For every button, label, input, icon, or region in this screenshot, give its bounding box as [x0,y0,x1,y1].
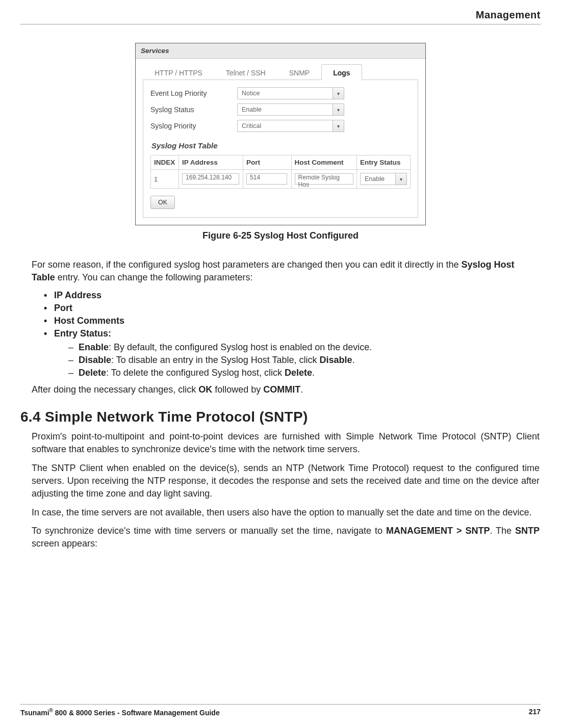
entry-status-sublist: Enable: By default, the configured Syslo… [54,342,540,378]
chevron-down-icon: ▾ [333,120,344,132]
header-rule [20,24,541,24]
text: Tsunami [20,709,49,717]
bullet-host-comments: Host Comments [44,316,540,326]
text-bold: Disable [79,355,111,365]
label-event-log-priority: Event Log Priority [150,89,237,97]
select-syslog-status[interactable]: Enable ▾ [237,103,344,116]
text: followed by [212,384,263,395]
after-changes-paragraph: After doing the necessary changes, click… [32,383,540,396]
sntp-paragraph-2: The SNTP Client when enabled on the devi… [32,462,540,500]
text: . [300,384,303,395]
chevron-down-icon: ▾ [395,173,406,185]
tab-telnet-ssh[interactable]: Telnet / SSH [214,64,277,80]
text: After doing the necessary changes, click [32,384,198,395]
footer-left: Tsunami® 800 & 8000 Series - Software Ma… [20,708,220,717]
body-text: For some reason, if the configured syslo… [20,258,541,550]
syslog-host-table-heading: Syslog Host Table [151,141,411,150]
text: : By default, the configured Syslog host… [109,342,372,352]
subitem-delete: Delete: To delete the configured Syslog … [68,368,540,378]
text-bold: Disable [320,355,352,365]
label-syslog-status: Syslog Status [150,106,237,114]
table-row: 1 169.254.128.140 514 Remote Syslog Hos [151,170,411,189]
text-bold: Entry Status: [54,328,111,339]
port-input[interactable]: 514 [246,173,287,185]
bullet-port: Port [44,303,540,314]
tab-logs[interactable]: Logs [321,64,362,80]
select-value: Enable [365,175,395,183]
text-bold: Delete [79,368,106,378]
text-bold: Enable [79,342,109,352]
text-bold: Delete [285,368,312,378]
sntp-paragraph-3: In case, the time servers are not availa… [32,506,540,519]
chevron-down-icon: ▾ [333,88,344,99]
text-bold: OK [198,384,212,395]
page-footer: Tsunami® 800 & 8000 Series - Software Ma… [20,704,541,717]
section-heading-sntp: 6.4 Simple Network Time Protocol (SNTP) [20,409,540,425]
text: . [352,355,355,365]
figure-caption: Figure 6-25 Syslog Host Configured [20,230,541,241]
row-syslog-status: Syslog Status Enable ▾ [150,103,411,116]
parameters-bullet-list: IP Address Port Host Comments Entry Stat… [32,290,540,378]
row-event-log-priority: Event Log Priority Notice ▾ [150,87,411,99]
text-bold: MANAGEMENT > SNTP [386,526,490,536]
intro-paragraph: For some reason, if the configured syslo… [32,258,540,284]
tab-snmp[interactable]: SNMP [277,64,321,80]
chapter-title: Management [20,9,541,21]
sntp-paragraph-1: Proxim's point-to-multipoint and point-t… [32,430,540,456]
select-event-log-priority[interactable]: Notice ▾ [237,87,344,99]
th-host-comment: Host Comment [291,155,356,170]
select-syslog-priority[interactable]: Critical ▾ [237,120,344,132]
logs-form-area: Event Log Priority Notice ▾ Syslog Statu… [143,80,418,218]
text-bold: COMMIT [263,384,300,395]
bullet-ip-address: IP Address [44,290,540,301]
host-comment-input[interactable]: Remote Syslog Hos [295,173,353,185]
text: . [312,368,315,378]
bullet-entry-status: Entry Status: Enable: By default, the co… [44,328,540,378]
tab-http-https[interactable]: HTTP / HTTPS [143,64,214,80]
text: . The [490,526,515,536]
syslog-host-table: INDEX IP Address Port Host Comment Entry… [150,155,411,189]
tab-row: HTTP / HTTPS Telnet / SSH SNMP Logs [136,59,425,80]
text-bold: SNTP [515,526,540,536]
text: entry. You can change the following para… [55,272,253,282]
select-value: Enable [242,106,333,113]
table-header-row: INDEX IP Address Port Host Comment Entry… [151,155,411,170]
select-value: Critical [242,122,333,129]
th-entry-status: Entry Status [357,155,411,170]
cell-index: 1 [151,170,179,189]
select-value: Notice [242,90,333,97]
ok-button[interactable]: OK [150,196,175,209]
th-port: Port [243,155,291,170]
text: For some reason, if the configured syslo… [32,259,461,270]
th-ip-address: IP Address [179,155,243,170]
entry-status-select[interactable]: Enable ▾ [360,173,407,185]
registered-icon: ® [49,708,53,713]
chevron-down-icon: ▾ [333,104,344,115]
subitem-enable: Enable: By default, the configured Syslo… [68,342,540,353]
sntp-paragraph-4: To synchronize device's time with time s… [32,525,540,550]
text: 800 & 8000 Series - Software Management … [53,709,220,717]
ip-address-input[interactable]: 169.254.128.140 [182,173,239,185]
text: screen appears: [32,538,97,549]
services-panel-screenshot: Services HTTP / HTTPS Telnet / SSH SNMP … [135,43,426,225]
page-number: 217 [529,708,541,717]
row-syslog-priority: Syslog Priority Critical ▾ [150,120,411,132]
panel-titlebar: Services [136,43,425,59]
subitem-disable: Disable: To disable an entry in the Sysl… [68,355,540,366]
th-index: INDEX [151,155,179,170]
text: : To delete the configured Syslog host, … [106,368,285,378]
label-syslog-priority: Syslog Priority [150,122,237,130]
text: : To disable an entry in the Syslog Host… [111,355,320,365]
text: To synchronize device's time with time s… [32,526,386,536]
